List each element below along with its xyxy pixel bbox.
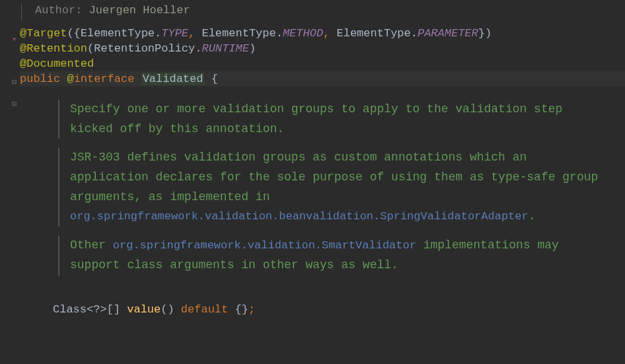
- javadoc-paragraph: JSR-303 defines validation groups as cus…: [58, 148, 605, 227]
- code-line-declaration: public @interface Validated {: [20, 71, 625, 87]
- javadoc-code-ref: org.springframework.validation.beanvalid…: [70, 210, 529, 223]
- code-line-retention: @Retention(RetentionPolicy.RUNTIME): [20, 41, 625, 56]
- author-label: Author:: [35, 4, 82, 17]
- code-editor[interactable]: Author: Juergen Hoeller @Target({Element…: [20, 0, 625, 317]
- javadoc-author: Author: Juergen Hoeller: [21, 4, 625, 20]
- code-line-documented: @Documented: [20, 56, 625, 71]
- code-line-target: @Target({ElementType.TYPE, ElementType.M…: [20, 26, 625, 41]
- gutter-collapse-icon[interactable]: ⊟: [12, 99, 17, 109]
- editor-gutter: ▾ ⊟ ⊟: [0, 0, 20, 364]
- javadoc-block: Specify one or more validation groups to…: [58, 100, 625, 298]
- code-line-method: Class<?>[] value() default {};: [53, 302, 625, 317]
- javadoc-code-ref: org.springframework.validation.SmartVali…: [113, 239, 416, 252]
- author-name: Juergen Hoeller: [89, 4, 190, 17]
- javadoc-paragraph: Specify one or more validation groups to…: [58, 100, 605, 139]
- gutter-collapse-icon[interactable]: ⊟: [12, 77, 17, 87]
- class-name-highlight: Validated: [141, 73, 205, 85]
- gutter-collapse-icon[interactable]: ▾: [12, 34, 17, 44]
- javadoc-paragraph: Other org.springframework.validation.Sma…: [58, 236, 605, 275]
